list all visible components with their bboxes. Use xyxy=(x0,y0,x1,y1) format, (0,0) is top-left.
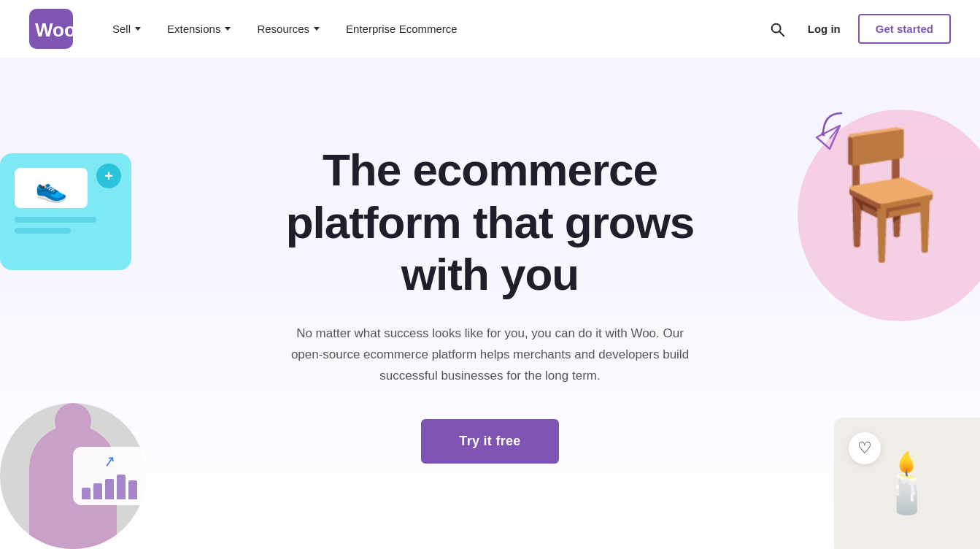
nav-right: Log in Get started xyxy=(764,14,951,44)
product-card-decoration: + xyxy=(0,153,131,270)
pillow-background: ♡ 🕯️ xyxy=(834,418,980,549)
bar-chart xyxy=(82,473,137,499)
nav-sell[interactable]: Sell xyxy=(102,17,151,41)
get-started-button[interactable]: Get started xyxy=(858,14,951,44)
hero-content: The ecommerce platform that grows with y… xyxy=(286,144,695,464)
logo[interactable]: Woo xyxy=(29,9,73,49)
nav-resources[interactable]: Resources xyxy=(247,17,330,41)
head xyxy=(55,403,91,439)
nav-links: Sell Extensions Resources Enterprise Eco… xyxy=(102,17,764,41)
navbar: Woo Sell Extensions Resources Enterprise… xyxy=(0,0,980,58)
chart-bubble: ↗ xyxy=(73,447,146,505)
chair-decoration: 🪑 xyxy=(790,102,980,336)
bar-1 xyxy=(82,488,90,499)
svg-line-3 xyxy=(779,31,784,36)
pillow-image: 🕯️ xyxy=(871,449,944,518)
trend-up-icon: ↗ xyxy=(102,452,117,472)
login-button[interactable]: Log in xyxy=(805,17,844,41)
shoe-image xyxy=(15,168,88,208)
bar-4 xyxy=(117,475,126,499)
sell-chevron-icon xyxy=(135,27,141,31)
bar-2 xyxy=(93,483,102,499)
extensions-chevron-icon xyxy=(225,27,231,31)
hero-section: + ↗ xyxy=(0,58,980,549)
hero-title: The ecommerce platform that grows with y… xyxy=(286,144,695,300)
card-line-2 xyxy=(15,228,71,234)
add-icon: + xyxy=(96,164,121,188)
nav-enterprise[interactable]: Enterprise Ecommerce xyxy=(336,17,468,41)
hero-subtitle: No matter what success looks like for yo… xyxy=(286,323,695,387)
heart-icon: ♡ xyxy=(849,432,881,464)
resources-chevron-icon xyxy=(314,27,320,31)
svg-text:Woo: Woo xyxy=(35,19,73,41)
card-line-1 xyxy=(15,217,96,223)
search-icon xyxy=(769,21,785,37)
bar-5 xyxy=(128,480,137,499)
pillow-decoration: ♡ 🕯️ xyxy=(834,403,980,549)
card-lines xyxy=(15,217,117,234)
try-free-button[interactable]: Try it free xyxy=(421,419,558,464)
nav-extensions[interactable]: Extensions xyxy=(157,17,241,41)
search-button[interactable] xyxy=(764,16,790,42)
chair-image: 🪑 xyxy=(811,131,965,256)
bar-3 xyxy=(105,479,114,499)
analytics-decoration: ↗ xyxy=(0,374,161,549)
